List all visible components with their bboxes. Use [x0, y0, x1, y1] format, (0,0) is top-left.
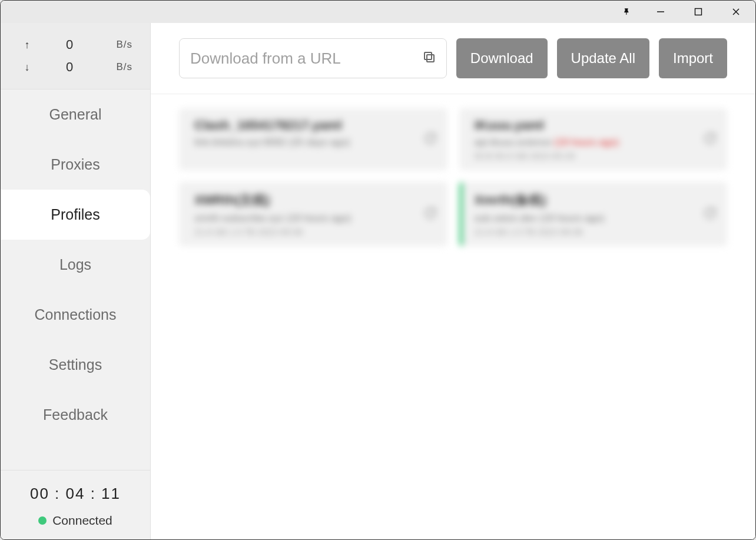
sidebar: ↑ 0 B/s ↓ 0 B/s General Proxies Profiles… [1, 23, 151, 539]
profile-card[interactable]: XMRth(主线) xmrth-subscribe.xyz (19 hours … [179, 182, 447, 246]
card-title: iKuuu.yaml [475, 118, 716, 133]
svg-rect-5 [425, 52, 432, 59]
card-title: Clash_1654178217.yaml [194, 118, 436, 133]
main-content: Download Update All Import Clash_1654178… [151, 23, 755, 539]
nav-proxies[interactable]: Proxies [1, 140, 150, 190]
card-meta: 21.6 GB 1.5 TB 2022-09-08 [194, 227, 436, 237]
nav-logs[interactable]: Logs [1, 240, 150, 290]
app-window: ↑ 0 B/s ↓ 0 B/s General Proxies Profiles… [0, 0, 756, 540]
svg-rect-1 [695, 9, 702, 15]
profile-card[interactable]: Clash_1654178217.yaml link.linkdns.xyz:9… [179, 108, 447, 170]
download-unit: B/s [103, 61, 132, 73]
nav-label: Profiles [51, 206, 100, 223]
nav-label: Proxies [51, 156, 100, 173]
url-input-wrap [179, 38, 447, 78]
download-value: 0 [36, 59, 103, 75]
upload-unit: B/s [103, 39, 132, 51]
button-label: Update All [571, 50, 635, 67]
download-button[interactable]: Download [456, 38, 548, 78]
pin-icon[interactable] [618, 2, 636, 21]
url-input[interactable] [179, 38, 447, 78]
card-title: XMRth(主线) [194, 191, 436, 209]
card-title: Xmrth(备线) [475, 191, 716, 209]
profile-card[interactable]: Xmrth(备线) sub.xeton.dev (19 hours ago) 2… [459, 182, 728, 246]
speed-panel: ↑ 0 B/s ↓ 0 B/s [1, 23, 150, 90]
button-label: Import [673, 50, 713, 67]
card-subtitle: xmrth-subscribe.xyz (19 hours ago) [194, 213, 436, 224]
titlebar [1, 1, 755, 23]
close-button[interactable] [722, 2, 750, 21]
upload-speed: ↑ 0 B/s [12, 34, 138, 56]
nav-label: Connections [35, 306, 117, 323]
status-label: Connected [52, 514, 112, 528]
card-subtitle: link.linkdns.xyz:9092 (25 days ago) [194, 137, 436, 148]
minimize-button[interactable] [647, 2, 674, 21]
connection-status: Connected [6, 514, 144, 528]
nav: General Proxies Profiles Logs Connection… [1, 90, 150, 470]
card-subtitle: sub.xeton.dev (19 hours ago) [475, 213, 716, 224]
button-label: Download [470, 50, 533, 67]
upload-value: 0 [36, 37, 103, 52]
refresh-icon[interactable] [424, 132, 437, 147]
connection-timer: 00 : 04 : 11 [6, 485, 144, 503]
refresh-icon[interactable] [424, 207, 437, 222]
nav-label: General [49, 106, 102, 123]
download-speed: ↓ 0 B/s [12, 56, 138, 78]
import-button[interactable]: Import [659, 38, 727, 78]
refresh-icon[interactable] [704, 132, 717, 147]
nav-general[interactable]: General [1, 90, 150, 140]
upload-arrow-icon: ↑ [18, 39, 36, 51]
nav-label: Settings [49, 356, 102, 373]
svg-rect-4 [427, 55, 434, 62]
card-meta: 21.6 GB 1.5 TB 2022-09-08 [475, 227, 716, 237]
card-meta: 53 B 50.0 GB 2022-05-29 [475, 151, 716, 161]
nav-profiles[interactable]: Profiles [1, 190, 150, 240]
status-panel: 00 : 04 : 11 Connected [1, 470, 150, 539]
card-subtitle: api.ikuuu.science (19 hours ago) [475, 137, 716, 148]
refresh-icon[interactable] [704, 207, 717, 222]
status-dot-icon [38, 516, 47, 525]
profile-cards: Clash_1654178217.yaml link.linkdns.xyz:9… [151, 94, 755, 539]
paste-icon[interactable] [422, 50, 436, 67]
maximize-button[interactable] [685, 2, 712, 21]
download-arrow-icon: ↓ [18, 61, 36, 74]
nav-settings[interactable]: Settings [1, 340, 150, 390]
toolbar: Download Update All Import [151, 23, 755, 94]
profile-card[interactable]: iKuuu.yaml api.ikuuu.science (19 hours a… [459, 108, 728, 170]
nav-label: Feedback [43, 406, 108, 423]
nav-connections[interactable]: Connections [1, 290, 150, 340]
update-all-button[interactable]: Update All [557, 38, 649, 78]
nav-label: Logs [59, 256, 91, 273]
nav-feedback[interactable]: Feedback [1, 390, 150, 440]
